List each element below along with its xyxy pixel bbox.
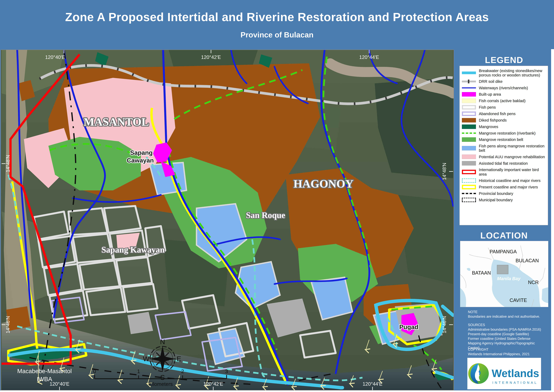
inset-label-bataan: BATAAN xyxy=(472,270,491,276)
copyright-heading: COPYRIGHT xyxy=(468,347,547,352)
legend-label: Present coastline and major rivers xyxy=(479,185,538,189)
label-sapang-cawayan-1: Sapang xyxy=(130,149,153,156)
legend-swatch-dash-icon xyxy=(462,193,476,194)
legend-label: Mangrove restoration belt xyxy=(479,137,523,142)
legend-item: Internationally important water bird are… xyxy=(460,167,548,177)
legend-label: Abandoned fish pens xyxy=(479,112,516,116)
label-pugad: Pugad xyxy=(399,323,418,330)
legend-swatch-fill-icon xyxy=(462,118,476,122)
legend-items: Breakwater (existing stonedikes/new poro… xyxy=(460,68,548,203)
copyright-block: COPYRIGHT Wetlands International Philipp… xyxy=(468,347,547,357)
legend-item: DRR soil dike xyxy=(460,78,548,84)
coord-top-e40: 120°40'E xyxy=(45,54,65,60)
legend-swatch-fill-icon xyxy=(462,125,476,129)
sources-lines: Administrative boundaries (PSA-NAMRIA 20… xyxy=(468,327,547,350)
legend-swatch-outline-icon xyxy=(462,185,476,189)
scale-tick-0: 0 xyxy=(93,368,96,374)
legend-swatch-fill-icon xyxy=(462,161,476,166)
note-heading: NOTE xyxy=(468,310,547,314)
legend-label: Fish pens along mangrove restoration bel… xyxy=(479,144,546,153)
coord-top-e44: 120°44'E xyxy=(359,54,379,60)
sources-block: SOURCES Administrative boundaries (PSA-N… xyxy=(468,323,547,350)
bottom-margin xyxy=(0,391,554,392)
wetlands-logo-svg: Wetlands INTERNATIONAL xyxy=(467,358,541,389)
location-inset-svg: PAMPANGA BULACAN BATAAN NCR CAVITE Manil… xyxy=(460,241,548,307)
legend-swatch-fill-icon xyxy=(462,92,476,97)
coord-right-n48: 14°48'N xyxy=(442,163,447,180)
legend-title: LEGEND xyxy=(457,55,551,65)
scale-tick-2: 2 xyxy=(181,368,184,374)
legend-item: Breakwater (existing stonedikes/new poro… xyxy=(460,68,548,78)
coord-right-n46: 14°46'N xyxy=(442,316,447,333)
page-subtitle: Province of Bulacan xyxy=(0,30,554,39)
legend-label: Municipal boundary xyxy=(479,198,513,202)
compass-e: E xyxy=(177,355,181,363)
legend-swatch-thickline-icon xyxy=(462,71,476,74)
location-inset-map[interactable]: PAMPANGA BULACAN BATAAN NCR CAVITE Manil… xyxy=(460,241,548,307)
label-sapang-kawayan: Sapang Kawayan xyxy=(101,245,165,254)
inset-label-cavite: CAVITE xyxy=(510,297,527,303)
inset-label-pampanga: PAMPANGA xyxy=(490,249,517,254)
coord-top-e42: 120°42'E xyxy=(201,54,221,60)
coord-bottom-e42: 120°42'E xyxy=(203,381,223,387)
legend-swatch-fill-icon xyxy=(462,146,476,150)
legend-swatch-outline-icon xyxy=(462,112,476,116)
legend-label: Internationally important water bird are… xyxy=(479,168,546,176)
legend-item: Mangroves xyxy=(460,124,548,130)
compass-n: N xyxy=(160,338,165,346)
legend-swatch-outline-icon xyxy=(462,105,476,110)
label-iwba-1: Macabebe-Masantol xyxy=(17,368,72,374)
legend-swatch-outline-icon xyxy=(462,170,476,174)
legend-item: Provincial boundary xyxy=(460,190,548,197)
legend-label: Breakwater (existing stonedikes/new poro… xyxy=(479,69,546,77)
legend-item: Fish pens xyxy=(460,104,548,111)
legend-item: Mangrove restoration (riverbank) xyxy=(460,130,548,136)
location-title: LOCATION xyxy=(457,231,551,241)
legend-swatch-fill-icon xyxy=(462,154,476,159)
scale-tick-3: 3 xyxy=(225,368,228,374)
legend-swatch-fill-icon xyxy=(462,98,476,103)
sources-line: Administrative boundaries (PSA-NAMRIA 20… xyxy=(468,327,547,332)
page-title: Zone A Proposed Intertidal and Riverine … xyxy=(0,10,554,24)
note-body: Boundaries are indicative and not author… xyxy=(468,314,547,319)
coord-bottom-e40: 120°40'E xyxy=(49,381,69,387)
coord-left-n46: 14°46'N xyxy=(5,316,11,333)
legend-item: Potential AUU mangrove rehabilitation xyxy=(460,154,548,160)
copyright-body: Wetlands International Philippines, 2021 xyxy=(468,352,547,357)
legend-label: Mangroves xyxy=(479,125,498,129)
poster: Zone A Proposed Intertidal and Riverine … xyxy=(0,0,554,392)
sources-line: Former coastline (United States Defense xyxy=(468,336,547,341)
legend-item: Mangrove restoration belt xyxy=(460,136,548,143)
legend-swatch-dashbox-icon xyxy=(462,178,476,183)
compass-s: S xyxy=(160,374,165,381)
map-svg: MASANTOL HAGONOY San Roque Sapang Kawaya… xyxy=(1,50,454,390)
inset-label-bulacan: BULACAN xyxy=(516,258,539,263)
legend-swatch-fill-icon xyxy=(462,137,476,142)
legend-label: Provincial boundary xyxy=(479,191,513,196)
coord-bottom-e44: 120°44'E xyxy=(363,381,382,387)
legend-swatch-dike-icon xyxy=(462,81,476,82)
legend-label: DRR soil dike xyxy=(479,79,503,84)
legend-item: Asissted tidal flat restoration xyxy=(460,160,548,167)
map-canvas[interactable]: MASANTOL HAGONOY San Roque Sapang Kawaya… xyxy=(1,50,454,391)
logo-subtitle: INTERNATIONAL xyxy=(492,381,538,385)
scale-tick-1: 1 xyxy=(137,368,140,374)
legend-item: Fish corrals (active baklad) xyxy=(460,98,548,104)
legend-label: Diked fishponds xyxy=(479,118,507,122)
label-hagonoy: HAGONOY xyxy=(293,177,353,190)
inset-label-ncr: NCR xyxy=(528,280,539,285)
legend-label: Historical coastline and major rivers xyxy=(479,178,540,183)
sources-line: Present-day coastline (Google Satellite) xyxy=(468,332,547,336)
legend-swatch-dash-icon xyxy=(462,133,476,134)
legend-item: Municipal boundary xyxy=(460,197,548,203)
legend-swatch-line-icon xyxy=(462,87,476,88)
legend-item: Abandoned fish pens xyxy=(460,111,548,117)
legend-item: Built-up area xyxy=(460,91,548,98)
sources-heading: SOURCES xyxy=(468,323,547,327)
label-masantol: MASANTOL xyxy=(84,116,149,128)
legend-item: Historical coastline and major rivers xyxy=(460,177,548,184)
legend-item: Waterways (rivers/channels) xyxy=(460,85,548,91)
legend-label: Fish pens xyxy=(479,105,496,109)
inset-label-manila-bay: Manila Bay xyxy=(497,276,521,281)
coord-left-n48: 14°48'N xyxy=(5,155,11,172)
